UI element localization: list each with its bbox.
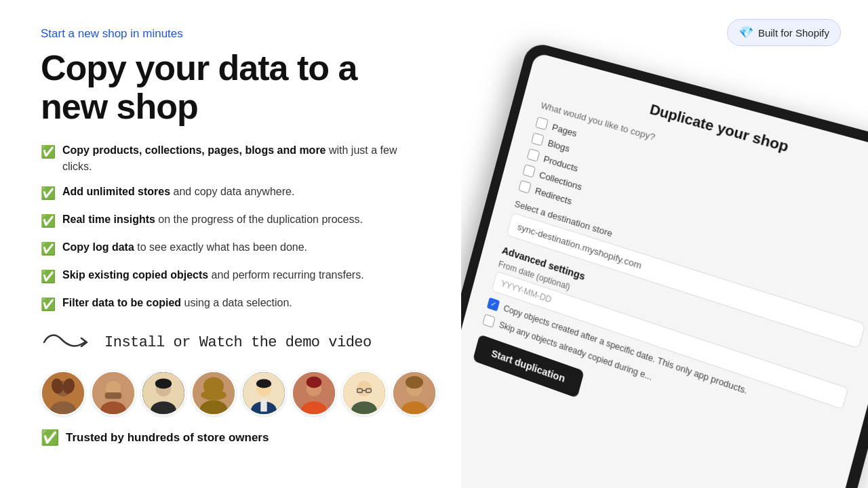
checkbox-input[interactable]: [527, 148, 540, 162]
main-title: Copy your data to a new shop: [41, 49, 427, 126]
list-item: ✅ Add unlimited stores and copy data any…: [41, 184, 427, 203]
svg-point-26: [307, 377, 322, 388]
feature-text: Skip existing copied objects and perform…: [62, 267, 364, 283]
feature-bold: Real time insights: [62, 214, 155, 225]
svg-point-22: [256, 380, 272, 388]
checkbox-input[interactable]: [522, 164, 536, 178]
avatar: [91, 371, 136, 415]
tablet-inner: Duplicate your shop What would you like …: [461, 52, 868, 488]
feature-text: Real time insights on the progress of th…: [62, 211, 363, 228]
check-icon: ✅: [41, 268, 56, 286]
check-icon: ✅: [41, 143, 56, 161]
avatar: [41, 371, 85, 415]
feature-bold: Copy products, collections, pages, blogs…: [62, 144, 326, 156]
features-list: ✅ Copy products, collections, pages, blo…: [41, 142, 427, 314]
checkbox-input[interactable]: [535, 117, 549, 130]
svg-point-36: [406, 376, 423, 389]
checkbox-input[interactable]: [531, 132, 545, 146]
checkbox-input[interactable]: [482, 314, 495, 328]
demo-section: Install or Watch the demo video: [41, 329, 427, 356]
trusted-text: Trusted by hundreds of store owners: [66, 431, 269, 445]
feature-text: Add unlimited stores and copy data anywh…: [62, 184, 294, 200]
feature-bold: Add unlimited stores: [62, 186, 170, 197]
feature-bold: Copy log data: [62, 241, 134, 253]
list-item: ✅ Copy products, collections, pages, blo…: [41, 142, 427, 175]
check-icon: ✅: [41, 240, 56, 258]
check-icon: ✅: [41, 296, 56, 314]
list-item: ✅ Filter data to be copied using a data …: [41, 295, 427, 314]
subtitle: Start a new shop in minutes: [41, 27, 427, 41]
list-item: ✅ Copy log data to see exactly what has …: [41, 239, 427, 258]
feature-bold: Skip existing copied objects: [62, 269, 208, 281]
check-icon: ✅: [41, 212, 56, 230]
checkbox-input[interactable]: [518, 180, 532, 193]
badge-label: Built for Shopify: [758, 27, 829, 39]
svg-rect-21: [260, 399, 267, 412]
list-item: ✅ Real time insights on the progress of …: [41, 211, 427, 230]
left-panel: Start a new shop in minutes Copy your da…: [0, 0, 461, 488]
avatar: [292, 371, 336, 415]
feature-text: Filter data to be copied using a data se…: [62, 295, 292, 311]
checkbox-checked[interactable]: ✓: [487, 298, 500, 312]
shopify-badge: 💎 Built for Shopify: [727, 19, 841, 46]
avatars-row: [41, 371, 427, 415]
svg-point-12: [155, 379, 172, 389]
tablet-outer: Duplicate your shop What would you like …: [461, 41, 868, 488]
arrow-icon: [41, 329, 95, 356]
checkbox-label: Blogs: [547, 138, 571, 154]
avatar: [392, 371, 437, 415]
tablet-mockup: Duplicate your shop What would you like …: [461, 41, 868, 488]
check-icon: ✅: [41, 184, 56, 203]
avatar: [241, 371, 286, 415]
avatar: [342, 371, 387, 415]
demo-text: Install or Watch the demo video: [104, 334, 372, 351]
avatar: [191, 371, 236, 415]
feature-text: Copy log data to see exactly what has be…: [62, 239, 307, 256]
avatar: [141, 371, 186, 415]
svg-rect-8: [105, 392, 121, 399]
trusted-row: ✅ Trusted by hundreds of store owners: [41, 429, 427, 447]
gem-icon: 💎: [738, 25, 753, 40]
right-panel: 💎 Built for Shopify Duplicate your shop …: [461, 0, 868, 488]
list-item: ✅ Skip existing copied objects and perfo…: [41, 267, 427, 286]
feature-bold: Filter data to be copied: [62, 297, 181, 308]
checkbox-label: Pages: [551, 121, 578, 138]
feature-text: Copy products, collections, pages, blogs…: [62, 142, 427, 175]
svg-point-17: [201, 390, 226, 401]
trusted-icon: ✅: [41, 429, 59, 447]
